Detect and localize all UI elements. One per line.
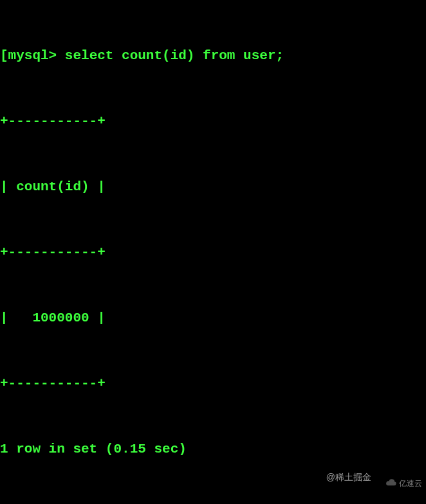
table-border: +-----------+ (0, 373, 426, 395)
table-border: +-----------+ (0, 111, 426, 132)
watermark-juejin: @稀土掘金 (326, 470, 371, 485)
table-row: | 1000000 | (0, 307, 426, 329)
table-border: +-----------+ (0, 242, 426, 264)
mysql-prompt: [mysql> (0, 48, 65, 63)
watermark-yisu: 亿速云 (385, 478, 422, 490)
sql-statement: select count(id) from user; (65, 48, 284, 63)
watermark-label: 亿速云 (399, 478, 422, 490)
query-line: [mysql> select count(id) from user; (0, 45, 426, 67)
status-line: 1 row in set (0.15 sec) (0, 438, 426, 460)
table-header: | count(id) | (0, 176, 426, 198)
terminal-output: [mysql> select count(id) from user; +---… (0, 0, 426, 504)
cloud-icon (385, 478, 397, 490)
